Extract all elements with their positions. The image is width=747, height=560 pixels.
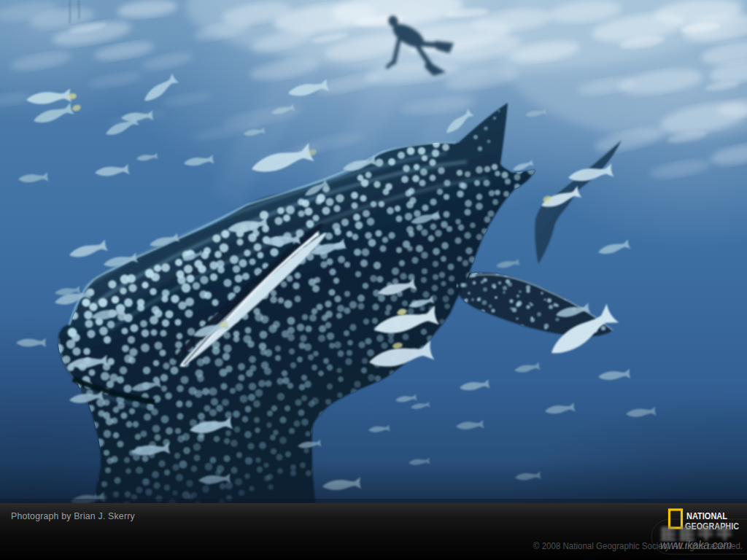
svg-text:Photograph by Brian J. Skerry: Photograph by Brian J. Skerry [11,511,135,521]
svg-text:NATIONAL: NATIONAL [686,510,727,521]
svg-text:www.ikaka.com: www.ikaka.com [660,538,732,551]
